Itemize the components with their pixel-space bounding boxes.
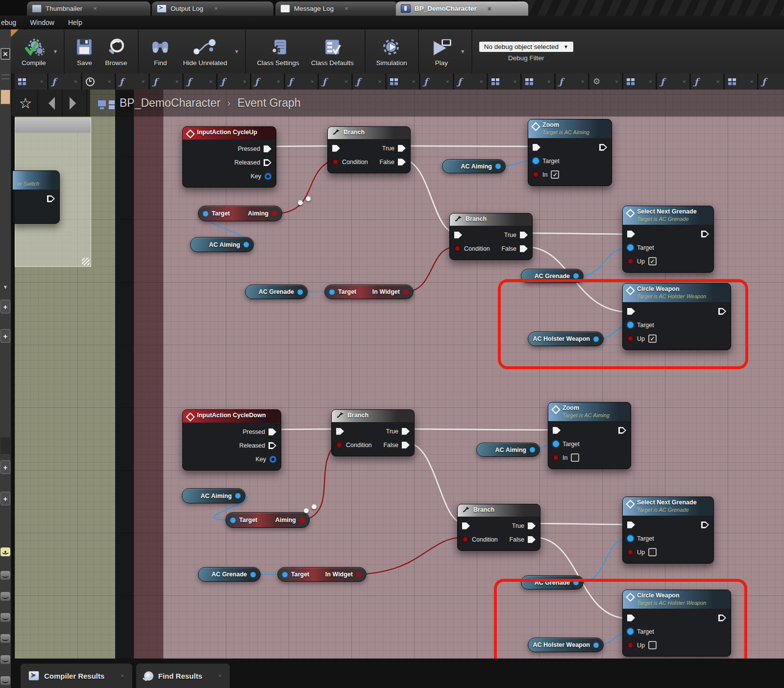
close-icon[interactable]: ✕ <box>445 79 449 84</box>
close-icon[interactable]: ✕ <box>214 6 218 11</box>
doc-tab-graph[interactable]: ✕ <box>725 73 759 90</box>
up-checkbox[interactable] <box>648 257 657 265</box>
ac-aiming-out-pin[interactable] <box>244 242 249 247</box>
tab-find-results[interactable]: Find Results ✕ <box>136 664 230 688</box>
target-in-pin[interactable] <box>203 211 208 216</box>
in-pin[interactable] <box>553 454 559 461</box>
class-settings-button[interactable]: Class Settings <box>251 35 305 69</box>
debug-object-select[interactable]: No debug object selected ▼ <box>479 42 573 52</box>
compile-button[interactable]: Compile <box>16 35 52 69</box>
tab-bp-democharacter[interactable]: BP_DemoCharacter ✕ <box>396 1 528 16</box>
target-pin[interactable] <box>627 244 634 251</box>
ac-holster-out-pin[interactable] <box>593 642 599 648</box>
nav-forward-button[interactable] <box>63 90 87 117</box>
target-pin[interactable] <box>553 441 559 447</box>
ac-grenade-out-pin[interactable] <box>573 273 579 279</box>
ac-holster-out-pin[interactable] <box>593 336 599 342</box>
target-pin[interactable] <box>533 158 539 164</box>
exec-out-true-pin[interactable] <box>398 145 406 152</box>
pill-ac-grenade[interactable]: AC Grenade <box>521 575 584 590</box>
exec-out-true-pin[interactable] <box>520 232 528 238</box>
browse-button[interactable]: Browse <box>99 35 133 69</box>
simulation-button[interactable]: Simulation <box>370 35 413 69</box>
close-icon[interactable]: ✕ <box>488 6 491 11</box>
doc-tab-timeline[interactable]: ✕ <box>82 73 116 90</box>
doc-tab-function[interactable]: ƒ✕ <box>556 73 589 90</box>
close-icon[interactable]: ✕ <box>479 79 483 84</box>
exec-out-pin[interactable] <box>269 428 276 435</box>
close-icon[interactable]: ✕ <box>141 79 145 84</box>
menu-help[interactable]: Help <box>61 19 89 26</box>
doc-tab-function[interactable]: ƒ✕ <box>150 73 184 90</box>
close-icon[interactable]: ✕ <box>175 79 179 84</box>
pill-target-aiming-2[interactable]: Target Aiming <box>225 512 310 528</box>
node-zoom-1[interactable]: ZoomTarget is AC Aiming Target In <box>528 119 612 186</box>
exec-out-pin[interactable] <box>618 427 626 434</box>
exec-out-pin[interactable] <box>47 195 55 202</box>
node-zoom-2[interactable]: ZoomTarget is AC Aiming Target In <box>548 402 631 469</box>
ac-aiming-out-pin[interactable] <box>530 447 535 452</box>
close-icon[interactable]: ✕ <box>344 79 348 84</box>
node-branch-3[interactable]: Branch True ConditionFalse <box>331 409 415 456</box>
breadcrumb-root[interactable]: BP_DemoCharacter <box>120 96 220 110</box>
doc-tab-function[interactable]: ƒ✕ <box>184 73 218 90</box>
visibility-eye-icon[interactable] <box>0 613 10 622</box>
close-icon[interactable]: ✕ <box>243 79 246 84</box>
close-icon[interactable]: ✕ <box>648 79 652 84</box>
exec-out-pin[interactable] <box>269 442 276 449</box>
tab-compiler-results[interactable]: Compiler Results ✕ <box>21 664 132 688</box>
close-icon[interactable]: ✕ <box>547 79 551 84</box>
doc-tab-window[interactable]: ✕ <box>15 73 49 90</box>
pill-ac-aiming[interactable]: AC Aiming <box>182 488 245 503</box>
pill-ac-grenade[interactable]: AC Grenade <box>521 269 584 283</box>
target-in-pin[interactable] <box>282 572 288 577</box>
play-button[interactable]: Play <box>424 35 459 69</box>
close-icon[interactable]: ✕ <box>107 79 111 84</box>
close-icon[interactable]: ✕ <box>218 673 222 679</box>
node-circle-weapon-2[interactable]: Circle WeaponTarget is AC Holster Weapon… <box>622 590 731 657</box>
target-pin[interactable] <box>627 628 634 635</box>
close-icon[interactable]: ✕ <box>40 79 44 84</box>
pill-ac-aiming[interactable]: AC Aiming <box>190 237 254 252</box>
doc-tab-function[interactable]: ƒ✕ <box>49 73 82 90</box>
node-select-next-grenade-1[interactable]: Select Next GrenadeTarget is AC Grenade … <box>622 206 714 273</box>
close-icon[interactable]: ✕ <box>378 79 382 84</box>
node-branch-2[interactable]: Branch True ConditionFalse <box>449 213 533 260</box>
tab-message-log[interactable]: Message Log ✕ <box>275 1 398 16</box>
up-checkbox[interactable] <box>648 334 657 343</box>
pill-target-in-widget-2[interactable]: Target In Widget <box>277 567 367 582</box>
ac-aiming-out-pin[interactable] <box>495 164 501 169</box>
add-button[interactable]: + <box>0 492 10 505</box>
close-icon[interactable]: ✕ <box>209 79 213 84</box>
doc-tab-graph[interactable]: ✕ <box>488 73 522 90</box>
tab-output-log[interactable]: Output Log ✕ <box>152 1 273 16</box>
node-branch-4[interactable]: Branch True ConditionFalse <box>457 504 540 551</box>
close-icon[interactable]: ✕ <box>93 6 97 11</box>
color-swatch[interactable] <box>0 90 10 104</box>
target-in-pin[interactable] <box>329 289 335 295</box>
menu-window[interactable]: Window <box>23 19 61 26</box>
pill-ac-holster-weapon[interactable]: AC Holster Weapon <box>528 638 604 652</box>
exec-in-pin[interactable] <box>462 522 470 529</box>
doc-tab-function[interactable]: ƒ✕ <box>218 73 251 90</box>
exec-out-true-pin[interactable] <box>528 522 536 529</box>
node-inputaction-cycleup[interactable]: InputAction CycleUp Pressed Released Key <box>182 126 276 188</box>
visibility-eye-icon[interactable] <box>0 655 10 664</box>
close-icon[interactable]: ✕ <box>276 79 280 84</box>
ac-grenade-out-pin[interactable] <box>250 572 256 577</box>
close-panel-button[interactable]: ✕ <box>0 48 10 60</box>
in-widget-out-pin[interactable] <box>403 289 409 295</box>
close-icon[interactable]: ✕ <box>750 79 754 84</box>
exec-in-pin[interactable] <box>627 522 635 528</box>
visibility-eye-icon[interactable] <box>0 547 10 556</box>
visibility-eye-icon[interactable] <box>0 676 10 685</box>
doc-tab-function[interactable]: ƒ✕ <box>657 73 691 90</box>
doc-tab-graph[interactable]: ✕ <box>623 73 657 90</box>
doc-tab-function[interactable]: ƒ✕ <box>251 73 285 90</box>
doc-tab-graph[interactable]: ✕ <box>522 73 556 90</box>
add-button[interactable]: + <box>0 300 10 313</box>
close-icon[interactable]: ✕ <box>120 673 124 679</box>
node-partial-switch[interactable]: er Switch <box>12 170 60 224</box>
breadcrumb-current[interactable]: Event Graph <box>237 96 300 110</box>
condition-pin[interactable] <box>454 245 461 252</box>
